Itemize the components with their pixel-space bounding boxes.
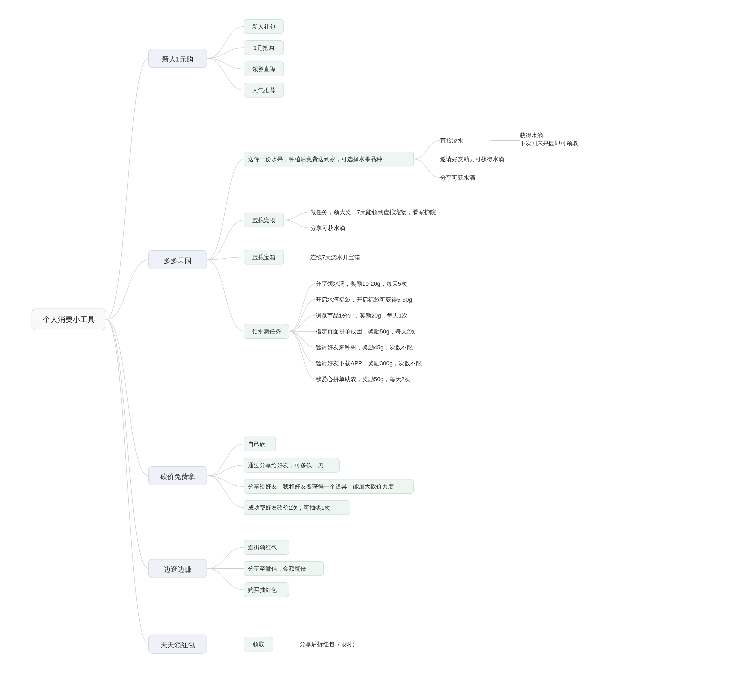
- leaf-c1-0[interactable]: 新人礼包: [244, 19, 284, 34]
- conn: [207, 159, 244, 260]
- conn: [289, 299, 316, 331]
- c2-pet-child-1: 分享可获水滴: [310, 225, 345, 231]
- cat-label-2: 多多果园: [164, 257, 191, 265]
- cat-node-5[interactable]: 天天领红包: [148, 635, 207, 653]
- leaf-c1-1-label: 1元抢购: [253, 45, 274, 51]
- c2-pet-child-0: 做任务，领大奖，7天能领到虚拟宠物，看家护院: [310, 209, 436, 215]
- conn: [207, 444, 244, 476]
- c2-tasks-child-0: 分享领水滴，奖励10-20g，每天5次: [316, 281, 407, 287]
- conn: [207, 260, 244, 331]
- leaf-c5-0-note: 分享后拆红包（限时）: [300, 641, 358, 647]
- leaf-c2-chest-label: 虚拟宝箱: [252, 254, 275, 260]
- leaf-c5-0[interactable]: 领取: [244, 637, 273, 651]
- leaf-c4-1[interactable]: 分享至微信，金额翻倍: [244, 561, 323, 576]
- leaf-c2-pet-label: 虚拟宠物: [252, 217, 275, 223]
- cat-node-1[interactable]: 新人1元购: [148, 49, 207, 68]
- conn: [289, 284, 316, 331]
- c2-planting-child-0-note-l2: 下次回来果园即可领取: [520, 140, 578, 147]
- cat-node-3[interactable]: 砍价免费拿: [148, 466, 207, 485]
- c2-tasks-child-3: 指定页面拼单成团，奖励50g，每天2次: [315, 328, 416, 335]
- leaf-c3-2[interactable]: 分享给好友，我和好友各获得一个道具，能加大砍价力度: [244, 479, 414, 494]
- conn: [207, 476, 244, 486]
- conn: [207, 58, 244, 69]
- mindmap-canvas: 个人消费小工具 新人1元购 多多果园 砍价免费拿 边逛边赚 天天领红包 新人礼包…: [0, 0, 753, 700]
- c2-tasks-child-1: 开启水滴福袋，开启福袋可获得5-50g: [316, 296, 412, 303]
- leaf-c1-2[interactable]: 领券直降: [244, 62, 284, 76]
- c2-tasks-child-6: 献爱心拼单助农，奖励50g，每天2次: [316, 376, 410, 382]
- leaf-c4-0-label: 逛街领红包: [248, 544, 277, 551]
- c2-planting-child-1: 邀请好友助力可获得水滴: [440, 156, 504, 162]
- leaf-c1-1[interactable]: 1元抢购: [244, 41, 284, 55]
- c2-planting-child-0-note-l1: 获得水滴，: [520, 132, 549, 139]
- leaf-c2-tasks[interactable]: 领水滴任务: [244, 324, 289, 338]
- conn-root-cat: [106, 320, 148, 476]
- conn-root-cat: [106, 320, 148, 644]
- leaf-c1-3-label: 人气推荐: [252, 87, 275, 94]
- c2-tasks-child-5: 邀请好友下载APP，奖励300g，次数不限: [316, 360, 422, 366]
- conn: [207, 569, 244, 590]
- conn: [289, 331, 316, 379]
- leaf-c2-planting-label: 送你一份水果，种植后免费送到家，可选择水果品种: [248, 156, 382, 162]
- leaf-c1-2-label: 领券直降: [252, 66, 275, 72]
- cat-label-4: 边逛边赚: [164, 565, 191, 573]
- leaf-c2-tasks-label: 领水滴任务: [252, 328, 281, 335]
- conn-root-cat: [106, 58, 148, 320]
- conn: [289, 331, 316, 347]
- conn: [207, 547, 244, 569]
- leaf-c3-1[interactable]: 通过分享给好友，可多砍一刀: [244, 458, 339, 472]
- leaf-c1-3[interactable]: 人气推荐: [244, 83, 284, 97]
- leaf-c2-planting[interactable]: 送你一份水果，种植后免费送到家，可选择水果品种: [244, 152, 414, 166]
- leaf-c4-2-label: 购买抽红包: [248, 586, 277, 593]
- conn: [207, 27, 244, 58]
- conn-root-cat: [106, 320, 148, 569]
- leaf-c3-2-label: 分享给好友，我和好友各获得一个道具，能加大砍价力度: [248, 483, 394, 490]
- c2-chest-child-0: 连续7天浇水开宝箱: [310, 254, 360, 260]
- leaf-c3-3[interactable]: 成功帮好友砍价2次，可抽奖1次: [244, 500, 350, 515]
- leaf-c3-3-label: 成功帮好友砍价2次，可抽奖1次: [248, 504, 330, 511]
- root-node[interactable]: 个人消费小工具: [32, 309, 106, 330]
- conn: [207, 465, 244, 476]
- root-label: 个人消费小工具: [43, 315, 95, 324]
- c2-planting-child-0: 直接浇水: [440, 137, 464, 144]
- conn: [207, 58, 244, 90]
- conn: [284, 220, 310, 228]
- leaf-c5-0-label: 领取: [253, 641, 264, 647]
- leaf-c1-0-label: 新人礼包: [252, 23, 275, 30]
- leaf-c2-pet[interactable]: 虚拟宠物: [244, 213, 284, 227]
- leaf-c3-0-label: 自己砍: [248, 441, 266, 447]
- c2-tasks-child-2: 浏览商品1分钟，奖励20g，每天1次: [316, 312, 408, 319]
- conn: [414, 159, 440, 178]
- leaf-c3-0[interactable]: 自己砍: [244, 437, 276, 451]
- c2-planting-child-2: 分享可获水滴: [440, 175, 475, 181]
- conn: [284, 212, 310, 220]
- conn: [414, 140, 440, 159]
- leaf-c4-0[interactable]: 逛街领红包: [244, 540, 289, 555]
- cat-node-2[interactable]: 多多果园: [148, 251, 207, 269]
- cat-label-5: 天天领红包: [161, 641, 195, 649]
- cat-label-1: 新人1元购: [162, 55, 193, 63]
- leaf-c2-chest[interactable]: 虚拟宝箱: [244, 250, 284, 264]
- conn: [289, 331, 316, 363]
- conn: [207, 48, 244, 58]
- conn: [207, 220, 244, 260]
- leaf-c4-2[interactable]: 购买抽红包: [244, 583, 289, 597]
- cat-node-4[interactable]: 边逛边赚: [148, 559, 207, 578]
- leaf-c3-1-label: 通过分享给好友，可多砍一刀: [248, 462, 324, 469]
- conn: [207, 476, 244, 508]
- cat-label-3: 砍价免费拿: [160, 472, 195, 480]
- conn: [289, 315, 316, 331]
- c2-tasks-child-4: 邀请好友来种树，奖励45g，次数不限: [316, 344, 413, 351]
- leaf-c4-1-label: 分享至微信，金额翻倍: [248, 565, 306, 572]
